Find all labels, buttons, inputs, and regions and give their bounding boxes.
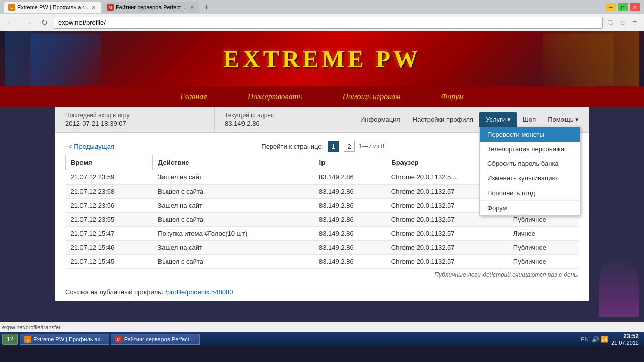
menu-item-reset-bank[interactable]: Сбросить пароль банка [480, 156, 580, 171]
star-icon[interactable]: ☆ [618, 18, 628, 28]
range-text: 1—7 из 8. [359, 143, 386, 150]
cell-time: 21.07.12 23:55 [66, 213, 153, 227]
cell-time: 21.07.12 15:47 [66, 227, 153, 241]
cell-visibility: Личное [508, 227, 579, 241]
cell-action: Вышел с сайта [153, 185, 314, 199]
site-header: EXTREME PW [0, 31, 644, 86]
taskbar-item-1[interactable]: E Extreme PW | Профиль ак... [20, 334, 109, 345]
cell-browser: Chrome 20.0.1132.57 [386, 241, 508, 255]
tab-settings[interactable]: Настройки профиля [407, 112, 479, 127]
back-button[interactable]: ← [4, 17, 18, 28]
cell-time: 21.07.12 15:46 [66, 241, 153, 255]
public-link-bar: Ссылка на публичный профиль: /profile/ph… [55, 285, 589, 301]
address-input[interactable] [54, 17, 603, 29]
public-link-label: Ссылка на публичный профиль: [65, 288, 164, 296]
cell-action: Покупка итема #Голос(10 шт) [153, 227, 314, 241]
maximize-button[interactable]: □ [618, 3, 628, 11]
tray-lang: EN [581, 336, 588, 342]
tab-help[interactable]: Помощь ▾ [542, 112, 585, 127]
cell-browser: Chrome 20.0.1132.57 [386, 227, 508, 241]
menu-item-add-gold[interactable]: Пополнить голд [480, 186, 580, 200]
ip-value: 83.149.2.86 [225, 120, 260, 127]
cell-visibility: Публичное [508, 255, 579, 269]
tab-shop[interactable]: Шоп [517, 112, 542, 127]
system-tray: EN 🔊 📶 23:52 21.07.2012 [578, 333, 642, 346]
taskbar-item-2[interactable]: M Рейтинг серверов Perfect ... [111, 334, 200, 345]
cell-ip: 83.149.2.86 [314, 227, 386, 241]
last-login-label: Последний вход в игру [65, 112, 204, 119]
public-link-url[interactable]: /profile/phoenix.548080 [165, 288, 233, 296]
col-action: Действие [153, 155, 314, 170]
minimize-button[interactable]: ─ [606, 3, 616, 11]
cell-visibility: Публичное [508, 241, 579, 255]
cell-ip: 83.149.2.86 [314, 199, 386, 213]
tab-label-1: Extreme PW | Профиль ак... [17, 4, 88, 10]
tab-info[interactable]: Информация [354, 112, 407, 127]
menu-icon[interactable]: ≡ [630, 18, 640, 28]
taskbar: 12 E Extreme PW | Профиль ак... M Рейтин… [0, 332, 644, 347]
cell-action: Зашел на сайт [153, 241, 314, 255]
menu-item-change-cult[interactable]: Изменить культивацию [480, 171, 580, 186]
tray-icons: 🔊 📶 [592, 336, 608, 343]
tab-close-2[interactable]: ✕ [188, 4, 195, 11]
taskbar-label-2: Рейтинг серверов Perfect ... [124, 336, 195, 342]
menu-item-forum[interactable]: Форум [480, 201, 580, 215]
cell-action: Вышел с сайта [153, 213, 314, 227]
nav-donate[interactable]: Пожертвовать [248, 92, 302, 101]
content-area: Последний вход в игру 2012-07-21 18:39:0… [55, 107, 589, 301]
services-arrow: ▾ [507, 116, 511, 123]
nav-main[interactable]: Главная [180, 92, 207, 101]
menu-item-teleport[interactable]: Телепортация персонажа [480, 142, 580, 156]
tab-inactive[interactable]: M Рейтинг серверов Perfect ... ✕ [103, 2, 199, 13]
goto-label: Перейти к странице: [261, 143, 324, 150]
cell-time: 21.07.12 23:58 [66, 185, 153, 199]
status-url: expw.net/profile/transfer [2, 324, 61, 330]
site-logo: EXTREME PW [223, 45, 421, 73]
refresh-button[interactable]: ↻ [38, 17, 51, 28]
table-row: 21.07.12 15:47Покупка итема #Голос(10 шт… [66, 227, 579, 241]
services-dropdown: Перевести монеты Телепортация персонажа … [479, 127, 580, 216]
main-nav: Главная Пожертвовать Помощь игрокам Фору… [0, 86, 644, 107]
page-content: EXTREME PW Главная Пожертвовать Помощь и… [0, 31, 644, 347]
tab-services[interactable]: Услуги ▾ [479, 112, 517, 127]
cell-time: 21.07.12 23:59 [66, 170, 153, 185]
shield-icon: 🛡 [606, 18, 616, 28]
cell-ip: 83.149.2.86 [314, 185, 386, 199]
browser-chrome: E Extreme PW | Профиль ак... ✕ M Рейтинг… [0, 0, 644, 31]
cell-time: 21.07.12 23:56 [66, 199, 153, 213]
last-login-value: 2012-07-21 18:39:07 [65, 120, 126, 127]
new-tab-button[interactable]: + [201, 3, 212, 12]
cell-action: Зашел на сайт [153, 170, 314, 185]
clock-time: 23:52 [611, 333, 639, 340]
col-time: Время [66, 155, 153, 170]
taskbar-label-1: Extreme PW | Профиль ак... [33, 336, 104, 342]
character-image [599, 256, 639, 317]
col-ip: Ip [314, 155, 386, 170]
tab-close-1[interactable]: ✕ [90, 4, 97, 11]
status-bar: expw.net/profile/transfer [0, 322, 644, 332]
tab-nav: Информация Настройки профиля Услуги ▾ Пе… [351, 107, 589, 132]
tab-label-2: Рейтинг серверов Perfect ... [116, 4, 186, 10]
footer-note: Публичные логи действий очищаются раз в … [65, 269, 579, 280]
menu-item-transfer[interactable]: Перевести монеты [480, 127, 580, 142]
forward-button[interactable]: → [21, 17, 35, 28]
nav-help[interactable]: Помощь игрокам [342, 92, 400, 101]
tab-favicon-1: E [8, 4, 15, 11]
prev-page-link[interactable]: < Предыдущая [65, 142, 117, 151]
taskbar-favicon-2: M [115, 336, 122, 343]
taskbar-favicon-1: E [24, 336, 31, 343]
clock-date: 21.07.2012 [611, 340, 639, 346]
table-row: 21.07.12 15:46Зашел на сайт83.149.2.86Ch… [66, 241, 579, 255]
nav-forum[interactable]: Форум [441, 92, 464, 101]
cell-time: 21.07.12 15:45 [66, 255, 153, 269]
clock: 23:52 21.07.2012 [611, 333, 639, 346]
tab-active[interactable]: E Extreme PW | Профиль ак... ✕ [4, 2, 101, 13]
page-1-btn[interactable]: 1 [328, 141, 339, 152]
close-button[interactable]: ✕ [630, 3, 640, 11]
cell-action: Вышел с сайта [153, 255, 314, 269]
nav-bar: ← → ↻ 🛡 ☆ ≡ [0, 14, 644, 31]
page-2-btn[interactable]: 2 [344, 141, 355, 152]
cell-browser: Chrome 20.0.1132.57 [386, 255, 508, 269]
ip-label: Текущий ip адрес [225, 112, 341, 119]
start-button[interactable]: 12 [2, 334, 18, 345]
